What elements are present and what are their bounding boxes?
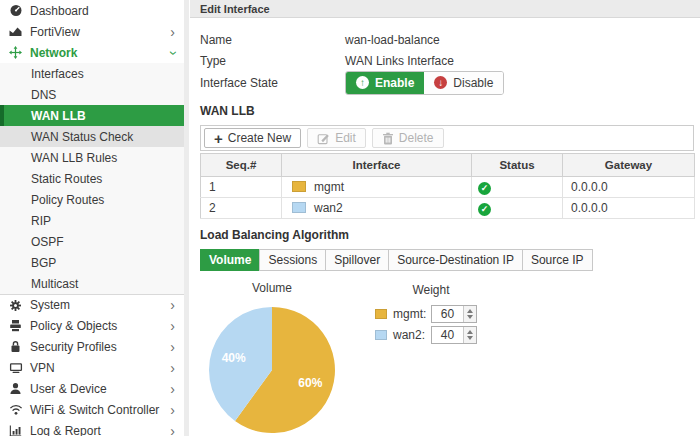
trash-icon bbox=[382, 132, 394, 145]
sidebar-item-vpn[interactable]: VPN› bbox=[0, 357, 184, 378]
status-cell: ✓ bbox=[472, 198, 563, 219]
tab-source-destination-ip[interactable]: Source-Destination IP bbox=[388, 249, 523, 271]
gear-icon bbox=[7, 298, 24, 312]
enable-up-arrow-icon: ↑ bbox=[356, 76, 369, 89]
chevron-right-icon: › bbox=[170, 382, 175, 396]
table-row[interactable]: 1mgmt✓0.0.0.0 bbox=[201, 177, 695, 198]
sidebar-item-user-device[interactable]: User & Device› bbox=[0, 378, 184, 399]
sidebar-item-log-report[interactable]: Log & Report› bbox=[0, 420, 184, 436]
main-panel: Edit Interface Name wan-load-balance Typ… bbox=[190, 0, 700, 436]
name-label: Name bbox=[200, 33, 345, 47]
weight-title: Weight bbox=[375, 283, 487, 297]
interface-cell: wan2 bbox=[282, 198, 472, 219]
tab-spillover[interactable]: Spillover bbox=[325, 249, 389, 271]
interface-state-label: Interface State bbox=[200, 76, 345, 90]
table-row[interactable]: 2wan2✓0.0.0.0 bbox=[201, 198, 695, 219]
sidebar-item-label: OSPF bbox=[31, 235, 184, 249]
gateway-cell: 0.0.0.0 bbox=[563, 177, 695, 198]
sidebar-item-interfaces[interactable]: Interfaces bbox=[0, 63, 184, 84]
disable-down-arrow-icon: ↓ bbox=[434, 76, 447, 89]
weight-spinner[interactable] bbox=[463, 327, 476, 343]
dashboard-icon bbox=[7, 4, 24, 18]
sidebar-item-label: BGP bbox=[31, 256, 184, 270]
weight-row-wan2: wan2:40 bbox=[375, 326, 487, 344]
sidebar-item-dns[interactable]: DNS bbox=[0, 84, 184, 105]
status-up-check-icon: ✓ bbox=[478, 182, 491, 195]
pie-slice-label: 60% bbox=[298, 376, 322, 390]
column-header-status: Status bbox=[472, 154, 563, 177]
sidebar-item-wan-llb-rules[interactable]: WAN LLB Rules bbox=[0, 147, 184, 168]
name-row: Name wan-load-balance bbox=[200, 29, 504, 50]
disable-button-label: Disable bbox=[453, 76, 493, 90]
pie-slice-label: 40% bbox=[222, 351, 246, 365]
sidebar-item-policy-routes[interactable]: Policy Routes bbox=[0, 189, 184, 210]
network-icon bbox=[7, 46, 24, 60]
seq-cell: 1 bbox=[201, 177, 282, 198]
chevron-right-icon: › bbox=[170, 424, 175, 436]
wan-llb-table: Seq.#InterfaceStatusGateway 1mgmt✓0.0.0.… bbox=[200, 153, 695, 219]
sidebar-item-wan-llb[interactable]: WAN LLB bbox=[0, 105, 184, 126]
interface-form: Name wan-load-balance Type WAN Links Int… bbox=[200, 29, 504, 94]
type-label: Type bbox=[200, 54, 345, 68]
chevron-right-icon: › bbox=[170, 403, 175, 417]
delete-button[interactable]: Delete bbox=[372, 128, 444, 148]
policy-icon bbox=[7, 319, 24, 333]
edit-button[interactable]: Edit bbox=[307, 128, 366, 148]
plus-icon: + bbox=[214, 131, 223, 146]
sidebar-item-bgp[interactable]: BGP bbox=[0, 252, 184, 273]
weight-row-mgmt: mgmt:60 bbox=[375, 305, 487, 323]
sidebar-item-label: Log & Report bbox=[30, 424, 170, 436]
lock-icon bbox=[7, 340, 24, 354]
type-value: WAN Links Interface bbox=[345, 54, 454, 68]
weight-input[interactable]: 40 bbox=[431, 326, 477, 344]
chevron-right-icon: › bbox=[170, 361, 175, 375]
sidebar-item-label: WAN LLB Rules bbox=[31, 151, 184, 165]
sidebar-item-rip[interactable]: RIP bbox=[0, 210, 184, 231]
sidebar-item-wan-status-check[interactable]: WAN Status Check bbox=[0, 126, 184, 147]
sidebar-item-security-profiles[interactable]: Security Profiles› bbox=[0, 336, 184, 357]
weight-spinner[interactable] bbox=[463, 306, 476, 322]
create-new-label: Create New bbox=[228, 131, 291, 145]
weight-value: 60 bbox=[432, 306, 463, 322]
disable-button[interactable]: ↓ Disable bbox=[424, 72, 503, 94]
weight-input[interactable]: 60 bbox=[431, 305, 477, 323]
sidebar-scrollbar[interactable] bbox=[184, 0, 189, 436]
spinner-down-icon[interactable] bbox=[467, 315, 473, 319]
tab-volume[interactable]: Volume bbox=[200, 249, 260, 271]
sidebar-item-wifi-switch-controller[interactable]: WiFi & Switch Controller› bbox=[0, 399, 184, 420]
spinner-up-icon[interactable] bbox=[467, 330, 473, 334]
sidebar-item-policy-objects[interactable]: Policy & Objects› bbox=[0, 315, 184, 336]
lb-algorithm-tabs: VolumeSessionsSpilloverSource-Destinatio… bbox=[200, 249, 593, 271]
sidebar-item-multicast[interactable]: Multicast bbox=[0, 273, 184, 294]
create-new-button[interactable]: + Create New bbox=[204, 128, 301, 148]
sidebar-item-label: Multicast bbox=[31, 277, 184, 291]
sidebar-item-label: Policy Routes bbox=[31, 193, 184, 207]
weight-color-swatch bbox=[375, 309, 387, 319]
edit-pencil-icon bbox=[317, 132, 330, 145]
sidebar-item-dashboard[interactable]: Dashboard bbox=[0, 0, 184, 21]
sidebar-item-fortiview[interactable]: FortiView› bbox=[0, 21, 184, 42]
sidebar-item-label: Interfaces bbox=[31, 67, 184, 81]
tab-source-ip[interactable]: Source IP bbox=[522, 249, 593, 271]
sidebar-item-label: VPN bbox=[30, 361, 170, 375]
gateway-cell: 0.0.0.0 bbox=[563, 198, 695, 219]
sidebar-item-static-routes[interactable]: Static Routes bbox=[0, 168, 184, 189]
spinner-up-icon[interactable] bbox=[467, 309, 473, 313]
spinner-down-icon[interactable] bbox=[467, 336, 473, 340]
name-value: wan-load-balance bbox=[345, 33, 440, 47]
wan-llb-heading: WAN LLB bbox=[200, 104, 255, 118]
interface-name: wan2 bbox=[314, 201, 343, 215]
sidebar-item-label: Security Profiles bbox=[30, 340, 170, 354]
status-up-check-icon: ✓ bbox=[478, 203, 491, 216]
status-cell: ✓ bbox=[472, 177, 563, 198]
delete-label: Delete bbox=[399, 131, 434, 145]
sidebar-item-system[interactable]: System› bbox=[0, 294, 184, 315]
sidebar-item-network[interactable]: Network› bbox=[0, 42, 184, 63]
sidebar-item-ospf[interactable]: OSPF bbox=[0, 231, 184, 252]
vpn-icon bbox=[7, 361, 24, 375]
tab-sessions[interactable]: Sessions bbox=[259, 249, 326, 271]
enable-button-label: Enable bbox=[375, 76, 414, 90]
enable-button[interactable]: ↑ Enable bbox=[346, 72, 424, 94]
app-window: DashboardFortiView›Network›InterfacesDNS… bbox=[0, 0, 700, 436]
sidebar-item-label: System bbox=[30, 298, 170, 312]
